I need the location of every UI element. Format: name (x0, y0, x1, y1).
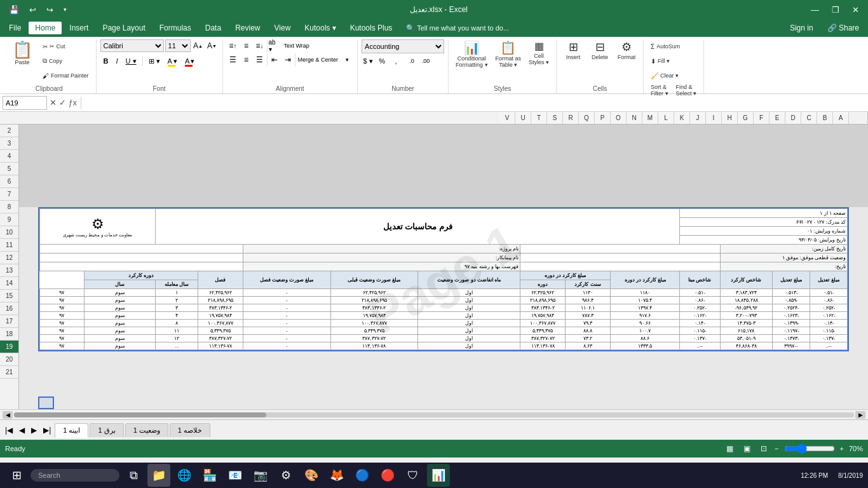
start-button[interactable]: ⊞ (5, 464, 28, 487)
conditional-formatting-button[interactable]: 📊 ConditionalFormatting ▾ (452, 39, 491, 70)
insert-button[interactable]: ⊞ Insert (560, 39, 586, 62)
menu-review[interactable]: Review (229, 22, 266, 34)
font-color-dropdown[interactable]: ▾ (191, 57, 194, 65)
align-middle-button[interactable]: ≡ (240, 39, 253, 52)
col-header-B[interactable]: B (817, 112, 833, 124)
row-18[interactable]: 18 (0, 328, 18, 341)
cell-reference-box[interactable] (3, 96, 47, 110)
row-3[interactable]: 3 (0, 137, 18, 150)
font-color-button[interactable]: A ▾ (182, 55, 198, 67)
cell-styles-button[interactable]: ▦ CellStyles ▾ (526, 39, 552, 67)
sheet-tab-2[interactable]: 1 برق (90, 423, 123, 437)
menu-tell-me[interactable]: 🔍 Tell me what you want to do... (400, 22, 515, 34)
taskview-button[interactable]: ⧉ (122, 464, 145, 487)
menu-kutools-plus[interactable]: Kutools Plus (344, 22, 399, 34)
horizontal-scrollbar[interactable]: ◀ ▶ (0, 409, 868, 419)
col-header-P[interactable]: P (595, 112, 611, 124)
row-15[interactable]: 15 (0, 290, 18, 302)
increase-decimal-button[interactable]: .0 (405, 55, 418, 67)
col-header-T[interactable]: T (531, 112, 547, 124)
col-header-J[interactable]: J (690, 112, 706, 124)
menu-home[interactable]: Home (29, 22, 62, 34)
col-header-L[interactable]: L (658, 112, 674, 124)
col-header-U[interactable]: U (515, 112, 531, 124)
row-17[interactable]: 17 (0, 315, 18, 328)
font-increase-button[interactable]: A▲ (192, 39, 205, 52)
save-button[interactable]: 💾 (5, 4, 23, 16)
file-explorer-button[interactable]: 📁 (147, 464, 170, 487)
tab-scroll-last[interactable]: ▶| (41, 424, 53, 436)
col-header-E[interactable]: E (770, 112, 785, 124)
edge-button[interactable]: 🌐 (173, 464, 196, 487)
autosum-button[interactable]: Σ AutoSum (648, 39, 683, 53)
menu-file[interactable]: File (3, 22, 27, 34)
chrome-button[interactable]: 🔵 (351, 464, 374, 487)
col-header-H[interactable]: H (722, 112, 738, 124)
page-layout-view-button[interactable]: ▣ (741, 443, 753, 454)
menu-view[interactable]: View (268, 22, 297, 34)
increase-indent-button[interactable]: ⇥ (281, 53, 294, 66)
mail-button[interactable]: 📧 (224, 464, 247, 487)
excel-button[interactable]: 📊 (427, 464, 450, 487)
sheet-tab-1[interactable]: 1 ابینه (55, 423, 88, 438)
currency-button[interactable]: $ ▾ (362, 55, 374, 67)
delete-button[interactable]: ⊟ Delete (587, 39, 613, 62)
undo-button[interactable]: ↩ (25, 4, 40, 16)
orientation-button[interactable]: ab ▾ (268, 39, 281, 52)
page-break-view-button[interactable]: ⊡ (758, 443, 770, 454)
scroll-thumb[interactable] (14, 412, 266, 417)
row-9[interactable]: 9 (0, 214, 18, 226)
zoom-minus-button[interactable]: − (775, 445, 778, 452)
tab-scroll-right[interactable]: ▶ (29, 424, 39, 436)
col-header-Q[interactable]: Q (579, 112, 595, 124)
col-header-D[interactable]: D (785, 112, 801, 124)
restore-button[interactable]: ❐ (828, 4, 843, 16)
cut-button[interactable]: ✂ ✂ Cut (39, 39, 92, 53)
menu-insert[interactable]: Insert (63, 22, 95, 34)
sheet-tab-3[interactable]: 1 وضعیت (125, 423, 168, 437)
decrease-decimal-button[interactable]: .00 (419, 55, 432, 67)
col-header-K[interactable]: K (674, 112, 690, 124)
sign-in-button[interactable]: Sign in (783, 22, 820, 34)
redo-button[interactable]: ↪ (43, 4, 57, 16)
percent-button[interactable]: % (376, 55, 388, 67)
col-header-S[interactable]: S (547, 112, 563, 124)
row-13[interactable]: 13 (0, 264, 18, 277)
underline-button[interactable]: U ▾ (123, 55, 140, 67)
avast-button[interactable]: 🛡 (402, 464, 424, 487)
col-header-R[interactable]: R (563, 112, 579, 124)
menu-kutools[interactable]: Kutools ▾ (298, 22, 342, 34)
row-4[interactable]: 4 (0, 150, 18, 163)
fill-color-button[interactable]: A ▾ (165, 55, 180, 67)
cancel-formula-icon[interactable]: ✕ (50, 98, 57, 107)
minimize-button[interactable]: — (807, 4, 823, 16)
sheet-tab-4[interactable]: 1 خلاصه (170, 423, 210, 437)
settings-button[interactable]: ⚙ (275, 464, 297, 487)
row-12[interactable]: 12 (0, 252, 18, 264)
paste-button[interactable]: 📋 Paste (6, 39, 38, 67)
store-button[interactable]: 🏪 (198, 464, 221, 487)
fill-button[interactable]: ⬇ Fill ▾ (648, 54, 673, 68)
row-21[interactable]: 21 (0, 366, 18, 379)
col-header-N[interactable]: N (627, 112, 642, 124)
decrease-indent-button[interactable]: ⇤ (268, 53, 281, 66)
menu-data[interactable]: Data (199, 22, 227, 34)
paint-button[interactable]: 🎨 (300, 464, 323, 487)
row-20[interactable]: 20 (0, 353, 18, 366)
row-16[interactable]: 16 (0, 302, 18, 315)
col-header-A[interactable]: A (833, 112, 849, 124)
menu-formulas[interactable]: Formulas (153, 22, 198, 34)
zoom-plus-button[interactable]: + (840, 445, 844, 452)
wrap-text-button[interactable]: Text Wrap (281, 39, 312, 52)
scroll-track[interactable] (14, 412, 854, 417)
row-7[interactable]: 7 (0, 188, 18, 201)
col-header-M[interactable]: M (642, 112, 658, 124)
format-button[interactable]: ⚙ Format (614, 39, 639, 62)
menu-page-layout[interactable]: Page Layout (96, 22, 151, 34)
insert-function-icon[interactable]: ƒx (69, 98, 77, 107)
align-center-button[interactable]: ≡ (240, 53, 253, 66)
normal-view-button[interactable]: ▦ (724, 443, 736, 454)
scroll-right-btn[interactable]: ▶ (855, 411, 865, 419)
fill-dropdown[interactable]: ▾ (173, 57, 177, 65)
col-header-F[interactable]: F (754, 112, 770, 124)
